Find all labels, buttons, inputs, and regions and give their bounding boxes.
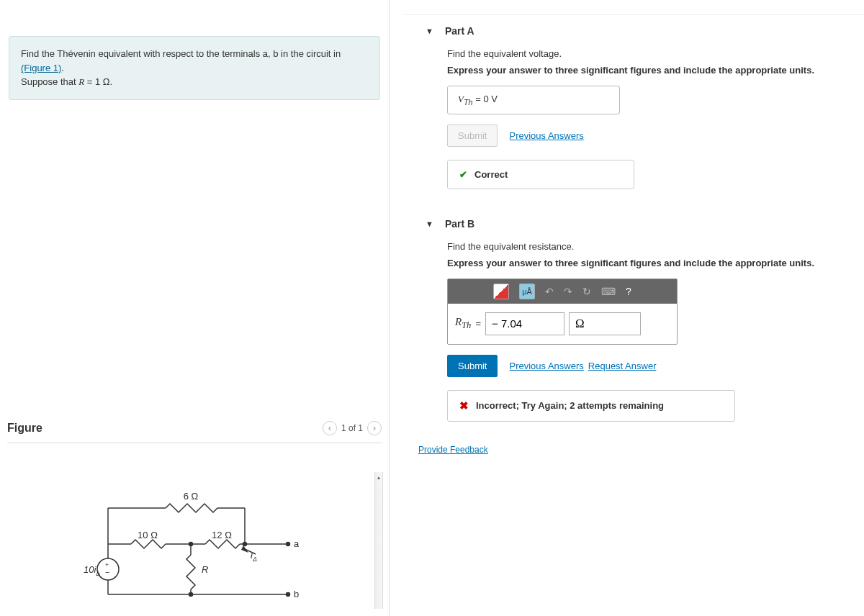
r12-label: 12 Ω (212, 530, 232, 540)
figure-body: ▴ (7, 472, 382, 609)
svg-point-17 (189, 593, 193, 597)
figure-title: Figure (7, 422, 42, 435)
x-icon: ✖ (459, 399, 469, 412)
vth-val: = 0 V (473, 94, 498, 104)
caret-down-icon: ▼ (426, 27, 433, 35)
part-a-previous-answers-link[interactable]: Previous Answers (509, 130, 583, 141)
part-b-body: Find the equivalent resistance. Express … (404, 241, 864, 436)
part-b-answer-widget: μÅ ↶ ↷ ↻ ⌨ ? RTh = (447, 278, 678, 345)
part-a-instruction1: Find the equivalent voltage. (447, 48, 850, 59)
part-a-header[interactable]: ▼ Part A (404, 19, 864, 48)
problem-text-prefix: Find the Thévenin equivalent with respec… (21, 48, 341, 59)
rth-eq: = (475, 318, 481, 329)
rth-value-input[interactable] (485, 312, 564, 335)
figure-pager: ‹ 1 of 1 › (323, 421, 382, 435)
figure-scroll[interactable]: ▴ (374, 472, 383, 609)
part-b-previous-answers-link[interactable]: Previous Answers (509, 361, 583, 371)
problem-text-suffix: . (61, 63, 64, 73)
svg-point-18 (287, 593, 290, 597)
part-b-submit-button[interactable]: Submit (447, 355, 498, 377)
redo-icon[interactable]: ↷ (564, 286, 572, 297)
part-a-submit-button: Submit (447, 124, 498, 147)
suppose-prefix: Suppose that (21, 76, 78, 87)
part-b-instruction1: Find the equivalent resistance. (447, 241, 850, 252)
svg-text:−: − (105, 568, 109, 576)
vth-var: V (458, 94, 464, 104)
caret-down-icon: ▼ (426, 219, 433, 228)
pager-text: 1 of 1 (341, 423, 363, 433)
template-icon[interactable] (493, 284, 509, 299)
pager-next-button[interactable]: › (367, 421, 382, 435)
check-icon: ✔ (459, 169, 467, 180)
figure-link[interactable]: (Figure 1) (21, 63, 61, 73)
reset-icon[interactable]: ↻ (582, 286, 591, 297)
part-b-header[interactable]: ▼ Part B (404, 212, 864, 241)
suppose-eq: = 1 Ω. (84, 76, 112, 87)
part-a-body: Find the equivalent voltage. Express you… (404, 48, 864, 204)
provide-feedback-link[interactable]: Provide Feedback (404, 436, 488, 455)
r6-label: 6 Ω (184, 491, 199, 502)
part-a-instruction2: Express your answer to three significant… (447, 65, 850, 76)
rth-var: RTh (455, 316, 471, 331)
part-a-answer-box: VTh = 0 V (447, 86, 620, 114)
units-icon[interactable]: μÅ (519, 284, 535, 299)
keyboard-icon[interactable]: ⌨ (601, 286, 616, 297)
part-a-title: Part A (445, 25, 474, 37)
part-a-feedback-text: Correct (474, 169, 508, 180)
part-b-instruction2: Express your answer to three significant… (447, 258, 850, 268)
terminal-a-label: a (294, 538, 300, 549)
part-a-feedback: ✔ Correct (447, 160, 634, 189)
vth-sub: Th (464, 98, 473, 107)
help-icon[interactable]: ? (626, 286, 631, 297)
problem-statement: Find the Thévenin equivalent with respec… (9, 36, 380, 100)
r10-label: 10 Ω (138, 530, 158, 540)
part-b-request-answer-link[interactable]: Request Answer (588, 361, 657, 371)
pager-prev-button[interactable]: ‹ (323, 421, 337, 435)
suppose-var: R (78, 76, 84, 87)
part-b-feedback-text: Incorrect; Try Again; 2 attempts remaini… (476, 400, 664, 411)
figure-section: Figure ‹ 1 of 1 › ▴ (0, 417, 389, 616)
circuit-diagram: + − 6 Ω 10 Ω 12 Ω R 10iΔ iΔ a b (79, 486, 310, 609)
scroll-up-icon: ▴ (375, 472, 382, 482)
svg-point-9 (243, 543, 247, 546)
is-label: iΔ (251, 550, 257, 563)
part-b-feedback: ✖ Incorrect; Try Again; 2 attempts remai… (447, 390, 735, 422)
rR-label: R (202, 564, 208, 575)
terminal-b-label: b (294, 589, 299, 599)
svg-point-10 (287, 543, 290, 546)
undo-icon[interactable]: ↶ (545, 286, 554, 297)
answer-toolbar: μÅ ↶ ↷ ↻ ⌨ ? (448, 279, 677, 304)
part-b-title: Part B (445, 218, 474, 230)
rth-unit-input[interactable] (569, 312, 641, 335)
